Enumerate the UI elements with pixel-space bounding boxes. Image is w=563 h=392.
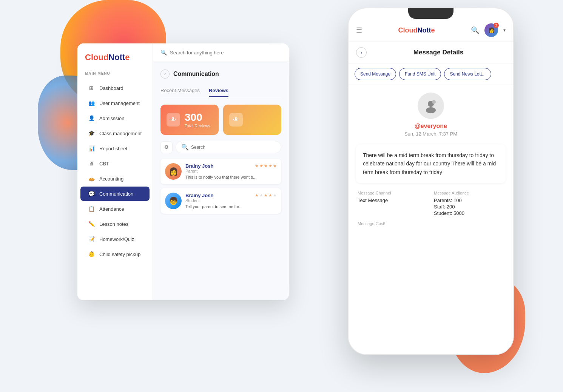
reviewer-info-2: Brainy Josh ★ ★ ★ ★ ★ Student Tell your … — [185, 193, 277, 209]
search-icon-review: 🔍 — [181, 144, 189, 151]
sidebar-item-admission[interactable]: 👤 Admisssion — [80, 111, 150, 125]
sidebar-item-report-sheet[interactable]: 📊 Report sheet — [80, 141, 150, 156]
send-message-button[interactable]: Send Message — [355, 68, 396, 80]
search-icon-phone[interactable]: 🔍 — [471, 26, 479, 34]
communication-icon: 💬 — [88, 190, 95, 197]
search-icon: 🔍 — [160, 49, 167, 56]
sidebar-item-child-safety-pickup[interactable]: 👶 Child safety pickup — [80, 247, 150, 261]
review-search-input[interactable] — [191, 145, 276, 150]
sidebar-item-label: User management — [99, 100, 140, 106]
sidebar-item-dashboard[interactable]: ⊞ Dashboard — [80, 81, 150, 95]
sidebar-item-label: Child safety pickup — [99, 252, 140, 257]
sidebar-item-class-management[interactable]: 🎓 Class management — [80, 126, 150, 140]
admission-icon: 👤 — [88, 115, 95, 122]
recipient-avatar — [418, 93, 444, 119]
review-item: 👦 Brainy Josh ★ ★ ★ ★ ★ — [160, 188, 281, 214]
stars-1: ★ ★ ★ ★ ★ — [255, 164, 277, 168]
sidebar-item-attendance[interactable]: 📋 Attendance — [80, 202, 150, 216]
reviewer-name-1: Brainy Josh — [185, 163, 213, 169]
review-text-2: Tell your parent to see me for.. — [185, 204, 277, 209]
sidebar-logo: CloudNotte — [77, 52, 153, 71]
sidebar-item-label: Attendance — [99, 206, 124, 212]
avatar-male-2: 👦 — [165, 193, 182, 209]
star: ★ — [255, 164, 259, 168]
hamburger-menu-icon[interactable]: ☰ — [356, 26, 362, 34]
review-search: ⚙ 🔍 — [160, 141, 281, 153]
sidebar-item-lesson-notes[interactable]: ✏️ Lesson notes — [80, 217, 150, 231]
channel-label: Message Channel — [358, 191, 428, 195]
sidebar-item-communication[interactable]: 💬 Communication — [80, 187, 150, 201]
message-meta: Message Channel Text Message Message Aud… — [356, 191, 506, 217]
sidebar-item-label: CBT — [99, 161, 109, 167]
back-button[interactable]: ‹ — [160, 69, 170, 79]
phone-header: ☰ CloudNotte 🔍 👩 2 ▾ — [349, 19, 513, 42]
audience-parents: Parents: 100 — [434, 198, 504, 203]
phone-content: ☰ CloudNotte 🔍 👩 2 ▾ ‹ Message Details S… — [349, 19, 513, 354]
audience-student: Student: 5000 — [434, 210, 504, 216]
star: ★ — [255, 193, 259, 198]
message-back-button[interactable]: ‹ — [356, 47, 367, 58]
search-input-wrap: 🔍 — [176, 141, 281, 153]
phone-header-right: 🔍 👩 2 ▾ — [471, 23, 506, 37]
audience-label: Message Audience — [434, 191, 504, 195]
sidebar-item-label: Accounting — [99, 176, 123, 182]
page-title: Communication — [173, 71, 219, 77]
review-list: 👩 Brainy Josh ★ ★ ★ ★ ★ — [160, 159, 281, 214]
logo-e: e — [125, 52, 130, 62]
phone-logo-e: e — [431, 26, 435, 34]
sidebar-item-homework-quiz[interactable]: 📝 Homework/Quiz — [80, 232, 150, 246]
tab-recent-messages[interactable]: Recent Messages — [160, 85, 200, 97]
star: ★ — [268, 164, 272, 168]
sidebar-item-user-management[interactable]: 👥 User management — [80, 96, 150, 110]
fund-sms-button[interactable]: Fund SMS Unit — [399, 68, 441, 80]
message-content: @everyone Sun, 12 March, 7:37 PM There w… — [349, 85, 513, 354]
sidebar-item-label: Admisssion — [99, 116, 124, 121]
cost-section: Message Cost! — [356, 221, 506, 226]
stat-label: Total Reviews — [185, 123, 210, 128]
star: ★ — [273, 164, 277, 168]
avatar-female-1: 👩 — [165, 163, 182, 180]
sidebar-item-label: Report sheet — [99, 146, 127, 151]
sidebar-item-cbt[interactable]: 🖥 CBT — [80, 156, 150, 171]
channel-value: Text Message — [358, 198, 428, 203]
message-datetime: Sun, 12 March, 7:37 PM — [404, 131, 457, 137]
avatar-wrap[interactable]: 👩 2 — [484, 23, 498, 37]
message-details-title: Message Details — [371, 49, 506, 56]
reviewer-role-1: Parent — [185, 169, 277, 173]
search-bar: 🔍 — [153, 43, 289, 62]
stats-row: 👁 300 Total Reviews 👁 — [160, 105, 281, 135]
accounting-icon: 🥧 — [88, 175, 95, 182]
tab-reviews[interactable]: Reviews — [209, 85, 228, 97]
stat-info: 300 Total Reviews — [185, 111, 210, 128]
star: ★ — [259, 164, 263, 168]
report-sheet-icon: 📊 — [88, 145, 95, 152]
review-text-1: This is to notify you that there wont b.… — [185, 175, 277, 179]
action-buttons: Send Message Fund SMS Unit Send News Let… — [349, 63, 513, 85]
sidebar: CloudNotte MAIN MENU ⊞ Dashboard 👥 User … — [77, 43, 153, 300]
star: ★ — [259, 193, 263, 198]
phone-notch — [408, 8, 453, 19]
sidebar-item-accounting[interactable]: 🥧 Accounting — [80, 171, 150, 186]
tabs-row: Recent Messages Reviews — [160, 85, 281, 97]
reviewer-name-2: Brainy Josh — [185, 193, 213, 198]
audience-values: Parents: 100 Staff: 200 Student: 5000 — [434, 198, 504, 216]
notification-badge: 2 — [494, 23, 499, 28]
star: ★ — [264, 164, 268, 168]
stars-2: ★ ★ ★ ★ ★ — [255, 193, 277, 198]
stat-icon: 👁 — [167, 113, 180, 127]
sidebar-section-label: MAIN MENU — [77, 71, 153, 80]
sidebar-item-label: Homework/Quiz — [99, 236, 134, 242]
chevron-down-icon: ▾ — [503, 28, 506, 33]
star: ★ — [273, 193, 277, 198]
message-body: There will be a mid term break from thur… — [356, 144, 506, 183]
filter-button[interactable]: ⚙ — [160, 141, 173, 153]
reviewer-info-1: Brainy Josh ★ ★ ★ ★ ★ Parent This is to … — [185, 163, 277, 179]
stat-card-total-reviews: 👁 300 Total Reviews — [160, 105, 219, 135]
search-input[interactable] — [170, 50, 281, 56]
send-newsletter-button[interactable]: Send News Lett... — [444, 68, 491, 80]
dashboard-icon: ⊞ — [88, 85, 95, 91]
homework-quiz-icon: 📝 — [88, 236, 95, 242]
recipient-name: @everyone — [415, 123, 447, 130]
phone-logo-notte: Nott — [418, 26, 431, 34]
reviewer-avatar-1: 👩 — [165, 163, 182, 180]
